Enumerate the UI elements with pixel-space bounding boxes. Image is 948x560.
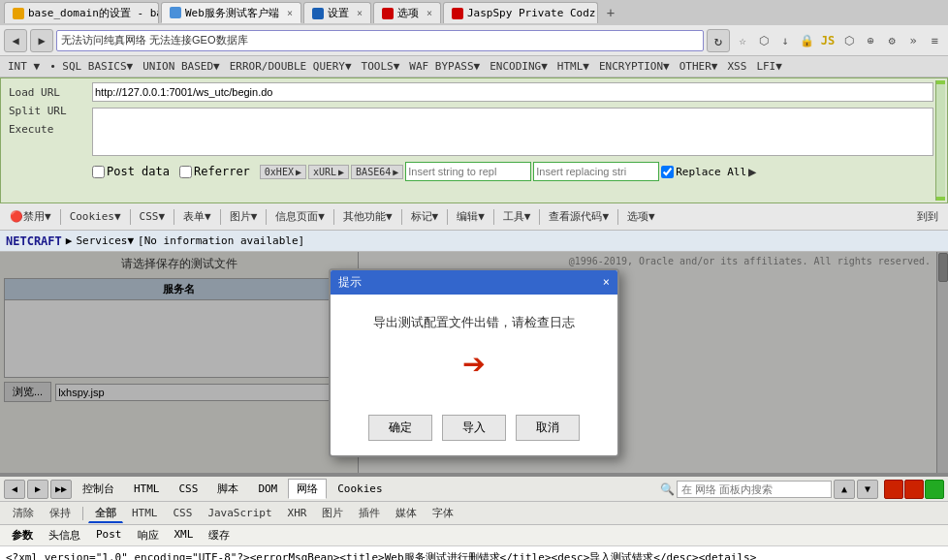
network-font-tab[interactable]: 字体 xyxy=(426,504,460,522)
devtools-tab-console[interactable]: 控制台 xyxy=(74,479,123,499)
css-btn[interactable]: CSS▼ xyxy=(134,207,172,226)
network-img-tab[interactable]: 图片 xyxy=(315,504,350,522)
menu-icon[interactable]: ≡ xyxy=(925,31,944,50)
form-btn[interactable]: 表单▼ xyxy=(177,206,217,227)
network-clear-btn[interactable]: 清除 xyxy=(6,504,41,522)
dialog-cancel-button[interactable]: 取消 xyxy=(516,415,580,441)
headers-tab[interactable]: 头信息 xyxy=(43,527,86,544)
devtools-tab-script[interactable]: 脚本 xyxy=(208,479,247,499)
search-down[interactable]: ▼ xyxy=(857,480,878,499)
insert-replacing-input[interactable] xyxy=(533,162,659,181)
tab-4[interactable]: JaspSpy Private Codz By - ... × xyxy=(443,2,598,23)
devtools-tab-cookies[interactable]: Cookies xyxy=(329,480,391,498)
response-tab[interactable]: 响应 xyxy=(132,527,165,544)
tools[interactable]: TOOLS▼ xyxy=(358,59,404,74)
new-tab-button[interactable]: + xyxy=(600,2,621,23)
dialog-ok-button[interactable]: 确定 xyxy=(368,415,432,441)
settings-icon[interactable]: ⚙ xyxy=(882,31,901,50)
xurl-button[interactable]: xURL ▶ xyxy=(308,165,349,179)
split-url-button[interactable]: Split URL xyxy=(5,103,88,119)
view-source-btn[interactable]: 查看源代码▼ xyxy=(543,206,615,227)
tab-1[interactable]: Web服务测试客户端 × xyxy=(161,2,301,23)
post-data-checkbox[interactable] xyxy=(92,166,105,178)
network-all-tab[interactable]: 全部 xyxy=(88,504,123,523)
xss[interactable]: XSS xyxy=(724,59,751,74)
network-plugin-tab[interactable]: 插件 xyxy=(352,504,387,522)
image-btn[interactable]: 图片▼ xyxy=(224,206,264,227)
status-red-btn[interactable] xyxy=(884,480,903,499)
params-tab[interactable]: 参数 xyxy=(6,527,39,544)
home-icon[interactable]: ⬡ xyxy=(754,31,774,50)
reload-button[interactable]: ↻ xyxy=(707,29,730,52)
security-icon[interactable]: 🔒 xyxy=(797,31,816,50)
forward-button[interactable]: ▶ xyxy=(30,29,53,52)
other[interactable]: OTHER▼ xyxy=(676,59,722,74)
disable-btn[interactable]: 🔴禁用▼ xyxy=(4,206,57,227)
devtools-search-input[interactable] xyxy=(677,481,832,498)
cache-tab[interactable]: 缓存 xyxy=(203,527,236,544)
html[interactable]: HTML▼ xyxy=(553,59,593,74)
insert-string-input[interactable] xyxy=(405,162,531,181)
tools2-btn[interactable]: 工具▼ xyxy=(497,206,537,227)
base64-button[interactable]: BASE64 ▶ xyxy=(351,165,403,179)
network-css-tab[interactable]: CSS xyxy=(167,505,200,521)
network-xhr-tab[interactable]: XHR xyxy=(281,505,314,521)
tab-3-close[interactable]: × xyxy=(427,8,432,18)
dialog-close-icon[interactable]: × xyxy=(603,275,610,289)
options-btn[interactable]: 选项▼ xyxy=(621,206,661,227)
mark-btn[interactable]: 标记▼ xyxy=(405,206,445,227)
tab-0[interactable]: base_domain的设置 - base_... × xyxy=(4,2,159,23)
devtools-tab-network[interactable]: 网络 xyxy=(288,479,327,499)
load-url-button[interactable]: Load URL xyxy=(5,84,88,101)
int-selector[interactable]: INT ▼ xyxy=(4,59,44,74)
history-icon[interactable]: ⊕ xyxy=(861,31,880,50)
cookies-btn[interactable]: Cookies▼ xyxy=(64,207,127,226)
address-bar[interactable] xyxy=(56,30,704,51)
devtools-tab-html[interactable]: HTML xyxy=(125,480,169,498)
status-green-btn[interactable] xyxy=(925,480,944,499)
replace-arrow[interactable]: ▶ xyxy=(748,164,756,179)
waf-bypass[interactable]: WAF BYPASS▼ xyxy=(405,59,484,74)
network-html-tab[interactable]: HTML xyxy=(125,505,165,521)
url-textarea[interactable] xyxy=(92,108,933,156)
network-media-tab[interactable]: 媒体 xyxy=(389,504,424,522)
encoding[interactable]: ENCODING▼ xyxy=(486,59,552,74)
execute-button[interactable]: Execute xyxy=(5,121,88,138)
js-icon[interactable]: JS xyxy=(818,31,837,50)
back-button[interactable]: ◀ xyxy=(4,29,27,52)
info-btn[interactable]: 信息页面▼ xyxy=(269,206,331,227)
error-query[interactable]: ERROR/DOUBLE QUERY▼ xyxy=(226,59,356,74)
post-tab[interactable]: Post xyxy=(90,527,128,544)
replace-all-checkbox[interactable] xyxy=(661,166,674,178)
network-js-tab[interactable]: JavaScript xyxy=(201,505,278,521)
search-up[interactable]: ▲ xyxy=(834,480,855,499)
devtools-tab-dom[interactable]: DOM xyxy=(249,480,286,498)
download-icon[interactable]: ↓ xyxy=(775,31,795,50)
screenshot-icon[interactable]: ⬡ xyxy=(839,31,859,50)
union-based[interactable]: UNION BASED▼ xyxy=(139,59,223,74)
sql-basics[interactable]: • SQL BASICS▼ xyxy=(46,59,137,74)
devtools-fast-forward[interactable]: ▶▶ xyxy=(50,480,72,499)
netcraft-services[interactable]: Services▼ xyxy=(76,234,134,247)
devtools-tab-css[interactable]: CSS xyxy=(171,480,207,498)
encryption[interactable]: ENCRYPTION▼ xyxy=(595,59,674,74)
tab-2-close[interactable]: × xyxy=(357,8,363,18)
edit-btn[interactable]: 编辑▼ xyxy=(451,206,490,227)
devtools-forward[interactable]: ▶ xyxy=(27,480,48,499)
goto-btn[interactable]: 到到 xyxy=(911,206,944,227)
tab-3[interactable]: 选项 × xyxy=(373,2,441,23)
xml-tab[interactable]: XML xyxy=(169,527,200,544)
lfi[interactable]: LFI▼ xyxy=(752,59,786,74)
tab-1-close[interactable]: × xyxy=(287,8,293,18)
devtools-back[interactable]: ◀ xyxy=(4,480,25,499)
more-icon[interactable]: » xyxy=(903,31,923,50)
other-func-btn[interactable]: 其他功能▼ xyxy=(337,206,398,227)
status-red-btn2[interactable] xyxy=(904,480,924,499)
hex-button[interactable]: 0xHEX ▶ xyxy=(260,165,306,179)
network-keep-btn[interactable]: 保持 xyxy=(43,504,78,522)
referrer-checkbox[interactable] xyxy=(179,166,192,178)
url-input[interactable] xyxy=(92,82,933,102)
dialog-import-button[interactable]: 导入 xyxy=(442,415,506,441)
bookmark-icon[interactable]: ☆ xyxy=(733,31,752,50)
tab-2[interactable]: 设置 × xyxy=(303,2,371,23)
